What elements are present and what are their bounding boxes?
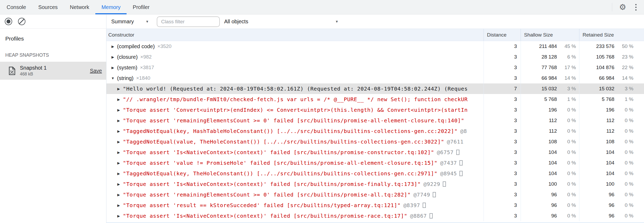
shallow-size-percent: 0 % [557, 136, 576, 147]
table-row[interactable]: ▶ "TaggedNotEqual(key, TheHoleConstant()… [106, 168, 644, 179]
heap-snapshot-file-icon [8, 66, 16, 75]
shallow-size-percent: 14 % [557, 73, 576, 83]
table-row[interactable]: ▶ "Torque assert 'remainingElementsCount… [106, 115, 644, 126]
disclosure-triangle-icon[interactable]: ▶ [117, 129, 121, 133]
retained-size-value: 112 [579, 115, 614, 126]
retained-size-value: 66 984 [579, 73, 614, 83]
disclosure-triangle-icon[interactable]: ▶ [111, 44, 115, 48]
missing-glyph-box-icon [433, 192, 436, 197]
class-filter-input[interactable] [157, 16, 220, 27]
constructor-name: "Torque assert 'result == kStoreSucceded… [123, 202, 401, 208]
constructor-name: "Torque assert 'Is<NativeContext>(contex… [123, 149, 434, 155]
shallow-size-value: 104 [521, 147, 557, 158]
table-row[interactable]: ▶ (closure) ×982 3 28 128 6 % 105 768 23… [106, 52, 644, 62]
column-header-constructor[interactable]: Constructor [106, 32, 484, 38]
column-header-shallow-size[interactable]: Shallow Size [521, 29, 579, 41]
tab-console[interactable]: Console [1, 0, 32, 14]
table-row[interactable]: ▶ "Torque assert 'Is<NativeContext>(cont… [106, 211, 644, 221]
object-id: @7437 [440, 160, 457, 166]
shallow-size-cell: 5 768 1 % [521, 94, 579, 105]
table-row[interactable]: ▶ "Torque assert 'value != PromiseHole' … [106, 158, 644, 168]
constructor-cell: ▶ "Torque assert 'value != PromiseHole' … [106, 158, 484, 168]
disclosure-triangle-icon[interactable]: ▶ [117, 172, 121, 176]
table-row[interactable]: ▶ "TaggedNotEqual(value, TheHoleConstant… [106, 136, 644, 147]
retained-size-value: 112 [579, 126, 614, 136]
retained-size-value: 196 [579, 105, 614, 115]
disclosure-triangle-icon[interactable]: ▶ [117, 161, 121, 165]
constructor-cell: ▶ "TaggedNotEqual(key, TheHoleConstant()… [106, 168, 484, 179]
tab-network[interactable]: Network [64, 0, 95, 14]
shallow-size-cell: 196 0 % [521, 105, 579, 115]
shallow-size-cell: 100 0 % [521, 179, 579, 189]
disclosure-triangle-icon[interactable]: ▶ [117, 193, 121, 197]
distance-cell: 3 [484, 179, 521, 189]
table-row[interactable]: ▶ "TaggedNotEqual(key, HashTableHoleCons… [106, 126, 644, 136]
object-id: @8867 [410, 213, 427, 219]
disclosure-triangle-icon[interactable]: ▼ [111, 76, 115, 80]
distance-cell: 3 [484, 168, 521, 179]
retained-size-cell: 100 0 % [579, 179, 644, 189]
disclosure-triangle-icon[interactable]: ▶ [111, 66, 115, 70]
constructor-name: "TaggedNotEqual(key, HashTableHoleConsta… [123, 128, 458, 134]
retained-size-value: 96 [579, 189, 614, 200]
retained-size-percent: 0 % [614, 115, 633, 126]
table-row[interactable]: ▶ (compiled code) ×3520 3 211 484 45 % 2… [106, 41, 644, 52]
disclosure-triangle-icon[interactable]: ▶ [117, 108, 121, 112]
table-row[interactable]: ▶ "// .wrangler/tmp/bundle-FmNIt0/checke… [106, 94, 644, 105]
distance-cell: 3 [484, 94, 521, 105]
table-row[interactable]: ▶ (system) ×3817 3 77 768 17 % 104 876 2… [106, 62, 644, 73]
table-row[interactable]: ▶ "Hello world! (Requested at: 2024-08-1… [106, 83, 644, 94]
object-scope-select[interactable]: All objects ▼ [224, 19, 338, 25]
column-header-retained-size[interactable]: Retained Size [579, 29, 644, 41]
disclosure-triangle-icon[interactable]: ▶ [117, 214, 121, 218]
shallow-size-cell: 77 768 17 % [521, 62, 579, 73]
table-row[interactable]: ▼ (string) ×1840 3 66 984 14 % 66 984 14… [106, 73, 644, 83]
retained-size-cell: 104 0 % [579, 147, 644, 158]
perspective-select[interactable]: Summary ▼ [111, 19, 149, 25]
devtools-tabbar: Console Sources Network Memory Profiler … [0, 0, 644, 15]
tabbar-actions: ⚙ [612, 0, 644, 14]
constructor-cell: ▶ "// .wrangler/tmp/bundle-FmNIt0/checke… [106, 94, 484, 105]
table-row[interactable]: ▶ "Torque assert 'result == kStoreSucced… [106, 200, 644, 211]
disclosure-triangle-icon[interactable]: ▶ [117, 97, 121, 101]
tab-profiler[interactable]: Profiler [127, 0, 155, 14]
column-header-distance[interactable]: Distance [484, 29, 521, 41]
tab-memory[interactable]: Memory [95, 0, 127, 14]
disclosure-triangle-icon[interactable]: ▶ [117, 140, 121, 144]
disclosure-triangle-icon[interactable]: ▶ [117, 203, 121, 207]
retained-size-cell: 104 0 % [579, 168, 644, 179]
heap-table-header: Constructor Distance Shallow Size Retain… [106, 29, 644, 41]
disclosure-triangle-icon[interactable]: ▶ [117, 87, 121, 91]
snapshot-save-link[interactable]: Save [90, 68, 102, 74]
table-row[interactable]: ▶ "Torque assert 'remainingElementsCount… [106, 189, 644, 200]
retained-size-cell: 104 876 22 % [579, 62, 644, 73]
distance-cell: 3 [484, 126, 521, 136]
constructor-cell: ▶ "Torque assert 'remainingElementsCount… [106, 115, 484, 126]
retained-size-percent: 0 % [614, 168, 633, 179]
disclosure-triangle-icon[interactable]: ▶ [117, 119, 121, 123]
constructor-cell: ▶ "Torque assert 'Convert<uintptr>(endIn… [106, 105, 484, 115]
table-row[interactable]: ▶ "Torque assert 'Convert<uintptr>(endIn… [106, 105, 644, 115]
missing-glyph-box-icon [423, 203, 426, 208]
disclosure-triangle-icon[interactable]: ▶ [111, 55, 115, 59]
shallow-size-value: 100 [521, 179, 557, 189]
retained-size-cell: 108 0 % [579, 136, 644, 147]
table-row[interactable]: ▶ "Torque assert 'Is<NativeContext>(cont… [106, 147, 644, 158]
snapshot-item[interactable]: Snapshot 1 468 kB Save [0, 62, 106, 80]
record-heap-snapshot-icon[interactable] [5, 18, 12, 25]
retained-size-percent: 0 % [614, 189, 633, 200]
retained-size-value: 96 [579, 211, 614, 221]
tab-sources[interactable]: Sources [32, 0, 64, 14]
shallow-size-percent: 0 % [557, 158, 576, 168]
main-split: Profiles HEAP SNAPSHOTS Snapshot 1 468 k… [0, 15, 644, 223]
retained-size-cell: 104 0 % [579, 158, 644, 168]
clear-profiles-icon[interactable] [18, 18, 25, 25]
disclosure-triangle-icon[interactable]: ▶ [117, 182, 121, 186]
distance-cell: 3 [484, 200, 521, 211]
shallow-size-cell: 66 984 14 % [521, 73, 579, 83]
table-row[interactable]: ▶ "Torque assert 'Is<NativeContext>(cont… [106, 179, 644, 189]
instance-count: ×982 [140, 54, 152, 60]
more-options-icon[interactable] [634, 3, 638, 12]
settings-gear-icon[interactable]: ⚙ [619, 3, 626, 11]
disclosure-triangle-icon[interactable]: ▶ [117, 150, 121, 154]
